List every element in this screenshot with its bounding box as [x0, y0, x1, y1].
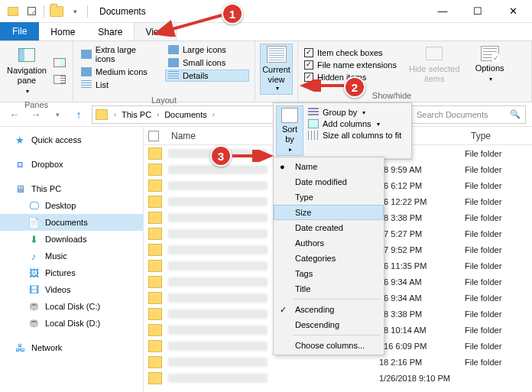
- sort-title[interactable]: Title: [274, 281, 384, 296]
- navigation-pane-button[interactable]: Navigation pane▾: [8, 45, 46, 97]
- sidebar-music[interactable]: ♪Music: [0, 248, 143, 264]
- sort-date-modified[interactable]: Date modified: [274, 174, 384, 190]
- sidebar-downloads[interactable]: ⬇Downloads: [0, 231, 143, 248]
- folder-icon: [148, 244, 162, 256]
- file-name-redacted: [168, 358, 268, 367]
- sidebar-pictures[interactable]: 🖼Pictures: [0, 264, 143, 281]
- hide-selected-icon: [423, 45, 445, 62]
- group-label-layout: Layout: [78, 94, 250, 105]
- tab-home[interactable]: Home: [39, 22, 86, 40]
- layout-extra-large[interactable]: Extra large icons: [78, 44, 162, 65]
- size-columns-button[interactable]: Size all columns to fit: [307, 130, 406, 141]
- sort-choose-columns[interactable]: Choose columns...: [274, 338, 384, 353]
- layout-list[interactable]: List: [78, 79, 162, 91]
- file-name-redacted: [168, 293, 268, 303]
- sort-ascending[interactable]: ✓Ascending: [274, 302, 384, 317]
- search-field[interactable]: Search Documents 🔍: [411, 105, 526, 124]
- table-row: 16 9:34 AMFile folder: [379, 274, 532, 290]
- dropbox-icon: ⧈: [14, 159, 26, 170]
- window-title: Documents: [99, 6, 146, 17]
- sort-name[interactable]: ●Name: [274, 159, 384, 174]
- annotation-arrow-2: [300, 79, 345, 92]
- nav-recent-button[interactable]: ▾: [49, 106, 66, 123]
- table-row: 16 9:34 AMFile folder: [379, 290, 532, 306]
- maximize-button[interactable]: ☐: [460, 0, 495, 23]
- file-name-redacted: [168, 374, 268, 383]
- crumb-documents[interactable]: Documents: [163, 110, 209, 119]
- layout-small[interactable]: Small icons: [165, 57, 249, 69]
- crumb-this-pc[interactable]: This PC: [120, 110, 153, 119]
- file-name-redacted: [168, 181, 268, 190]
- layout-medium[interactable]: Medium icons: [78, 66, 162, 78]
- star-icon: ★: [14, 134, 26, 145]
- folder-icon: [148, 180, 162, 192]
- sort-size[interactable]: Size: [274, 205, 384, 220]
- search-icon: 🔍: [510, 109, 521, 119]
- check-file-name-extensions[interactable]: ✓File name extensions: [303, 60, 398, 70]
- new-folder-icon[interactable]: [48, 3, 65, 20]
- close-button[interactable]: ✕: [495, 0, 530, 23]
- sidebar-disk-d[interactable]: ⛃Local Disk (D:): [0, 315, 143, 332]
- layout-large[interactable]: Large icons: [165, 44, 249, 56]
- sort-date-created[interactable]: Date created: [274, 220, 384, 235]
- file-name-redacted: [168, 213, 268, 222]
- details-pane-button[interactable]: [50, 72, 69, 87]
- sort-tags[interactable]: Tags: [274, 266, 384, 281]
- table-row: 16 11:35 PMFile folder: [379, 258, 532, 274]
- qa-dropdown-icon[interactable]: ▾: [66, 3, 83, 20]
- nav-up-button[interactable]: ↑: [70, 106, 87, 123]
- sidebar-documents[interactable]: 📄Documents: [0, 214, 143, 231]
- crumb-root-caret[interactable]: ›: [112, 111, 118, 118]
- column-type[interactable]: Type: [465, 131, 497, 141]
- sidebar-quick-access[interactable]: ★Quick access: [0, 131, 143, 148]
- current-view-button[interactable]: Current view▾: [260, 44, 293, 95]
- table-row: 16 6:12 PMFile folder: [379, 177, 532, 193]
- properties-icon[interactable]: ✓: [23, 3, 40, 20]
- tab-share[interactable]: Share: [86, 22, 134, 40]
- file-name-redacted: [168, 229, 268, 238]
- sort-categories[interactable]: Categories: [274, 251, 384, 266]
- annotation-3: 3: [210, 145, 232, 167]
- sort-authors[interactable]: Authors: [274, 235, 384, 251]
- folder-app-icon: [5, 3, 21, 20]
- sidebar-disk-c[interactable]: ⛃Local Disk (C:): [0, 298, 143, 315]
- disk-icon: ⛃: [28, 301, 40, 312]
- sidebar-this-pc[interactable]: 🖥This PC: [0, 180, 143, 197]
- add-columns-icon: [308, 119, 319, 128]
- ribbon-tabs: File Home Share View: [0, 23, 532, 41]
- add-columns-button[interactable]: Add columns▾: [307, 118, 406, 129]
- annotation-1: 1: [222, 3, 243, 24]
- sidebar-dropbox[interactable]: ⧈Dropbox: [0, 156, 143, 173]
- sort-descending[interactable]: Descending: [274, 317, 384, 332]
- folder-icon: [148, 372, 162, 384]
- ribbon: Navigation pane▾ Panes Extra large icons…: [0, 41, 532, 102]
- sort-by-button[interactable]: Sort by▸: [276, 105, 303, 156]
- file-name-redacted: [168, 261, 268, 271]
- table-row: 18 2:16 PMFile folder: [379, 354, 532, 370]
- size-columns-icon: [308, 131, 319, 140]
- network-icon: 🖧: [14, 342, 26, 353]
- table-row: 17 5:27 PMFile folder: [379, 225, 532, 241]
- preview-pane-button[interactable]: [50, 55, 69, 70]
- minimize-button[interactable]: —: [425, 0, 460, 23]
- options-button[interactable]: Options▾: [471, 44, 509, 86]
- sidebar-videos[interactable]: 🎞Videos: [0, 281, 143, 298]
- select-all-checkbox[interactable]: [148, 131, 159, 141]
- file-name-redacted: [168, 245, 268, 254]
- sidebar-network[interactable]: 🖧Network: [0, 339, 143, 356]
- check-item-check-boxes[interactable]: ✓Item check boxes: [303, 47, 398, 58]
- folder-icon: [148, 260, 162, 272]
- tab-file[interactable]: File: [0, 22, 39, 40]
- sort-by-menu: ●Name Date modified Type Size Date creat…: [273, 157, 384, 355]
- group-by-button[interactable]: Group by▾: [307, 107, 406, 118]
- sort-by-icon: [281, 108, 298, 123]
- title-bar: ✓ ▾ Documents — ☐ ✕: [0, 0, 532, 23]
- pc-icon: 🖥: [14, 183, 26, 194]
- videos-icon: 🎞: [28, 284, 40, 295]
- sort-type[interactable]: Type: [274, 190, 384, 205]
- nav-back-button[interactable]: ←: [6, 106, 23, 123]
- layout-details[interactable]: Details: [165, 70, 249, 82]
- right-rows: File folder18 9:59 AMFile folder16 6:12 …: [379, 145, 532, 386]
- sidebar-desktop[interactable]: 🖵Desktop: [0, 197, 143, 214]
- file-name-redacted: [168, 326, 268, 335]
